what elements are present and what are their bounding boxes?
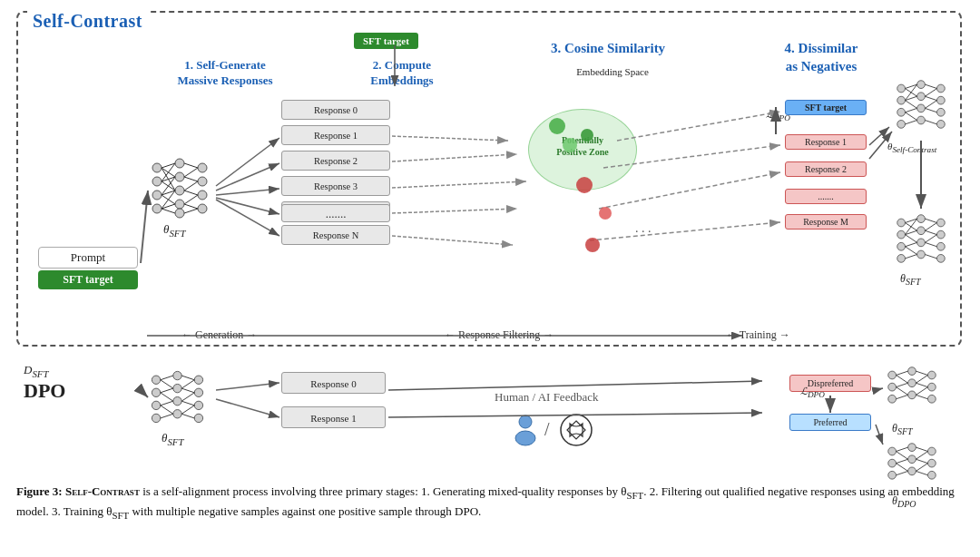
generation-label: ← Generation → xyxy=(181,328,257,342)
svg-line-145 xyxy=(897,464,908,472)
svg-line-110 xyxy=(181,393,194,401)
svg-line-33 xyxy=(184,195,198,204)
svg-point-38 xyxy=(897,108,906,116)
theta-self-contrast: θSelf-Contrast xyxy=(887,141,936,154)
svg-line-54 xyxy=(906,112,917,121)
svg-line-124 xyxy=(897,376,908,384)
nn-right-top xyxy=(889,73,953,140)
sft-target-prompt-box: SFT target xyxy=(38,270,138,289)
svg-point-90 xyxy=(152,401,160,409)
svg-line-144 xyxy=(897,459,908,463)
right-response-2: Response 2 xyxy=(785,161,867,177)
svg-point-116 xyxy=(888,395,897,403)
self-contrast-label: Self-Contrast xyxy=(27,11,148,32)
sft-target-top: SFT target xyxy=(354,33,418,49)
svg-line-111 xyxy=(181,401,194,406)
svg-line-100 xyxy=(161,376,173,380)
svg-point-99 xyxy=(194,414,202,422)
svg-point-36 xyxy=(897,84,906,93)
theta-sft-right: θSFT xyxy=(900,272,921,287)
svg-point-37 xyxy=(897,96,906,104)
dot-positive-3 xyxy=(581,129,593,142)
theta-sft-top: θSFT xyxy=(163,222,185,239)
svg-line-106 xyxy=(161,414,173,418)
svg-point-46 xyxy=(937,108,946,116)
svg-point-137 xyxy=(908,455,916,464)
right-response-1: Response 1 xyxy=(785,134,867,150)
svg-line-28 xyxy=(184,163,198,168)
ai-icon xyxy=(559,413,593,451)
svg-point-95 xyxy=(173,410,181,418)
svg-line-109 xyxy=(181,388,194,393)
svg-line-127 xyxy=(897,395,908,398)
svg-point-13 xyxy=(198,177,207,186)
training-label: ← Training → xyxy=(726,328,790,342)
svg-line-58 xyxy=(925,96,936,100)
svg-point-69 xyxy=(917,250,926,259)
theta-sft-dpo-left: θSFT xyxy=(162,431,183,447)
section-3-header: 3. Cosine Similarity xyxy=(517,40,699,58)
svg-line-150 xyxy=(916,464,927,472)
svg-line-103 xyxy=(161,393,173,401)
svg-point-114 xyxy=(888,371,897,379)
svg-point-141 xyxy=(928,471,936,479)
svg-point-91 xyxy=(152,414,160,422)
svg-line-32 xyxy=(184,191,198,195)
svg-line-113 xyxy=(181,414,194,418)
svg-point-41 xyxy=(917,93,926,101)
svg-point-11 xyxy=(175,209,184,218)
svg-point-6 xyxy=(152,204,162,213)
svg-line-149 xyxy=(916,459,927,463)
svg-line-27 xyxy=(162,209,175,213)
svg-point-135 xyxy=(888,471,897,479)
svg-point-62 xyxy=(897,219,906,227)
nn-top-main xyxy=(143,150,216,226)
svg-point-134 xyxy=(888,459,897,467)
right-response-m: Response M xyxy=(785,214,867,230)
svg-line-85 xyxy=(925,235,936,243)
svg-point-88 xyxy=(152,376,160,384)
svg-line-129 xyxy=(916,376,927,384)
svg-line-108 xyxy=(181,380,194,388)
svg-point-4 xyxy=(152,177,162,186)
svg-point-72 xyxy=(937,242,946,250)
svg-point-14 xyxy=(198,191,207,200)
svg-line-143 xyxy=(897,452,908,460)
dpo-response-0: Response 0 xyxy=(281,372,386,394)
svg-line-105 xyxy=(161,406,173,414)
svg-line-125 xyxy=(897,383,908,386)
response-box-0: Response 0 xyxy=(281,100,390,120)
svg-point-117 xyxy=(908,367,916,376)
right-response-ellipsis: ....... xyxy=(785,189,867,204)
embedding-ellipsis: · · · xyxy=(635,225,652,239)
svg-point-121 xyxy=(928,383,936,391)
nn-dpo-left xyxy=(143,363,211,435)
embedding-space-label: Embedding Space xyxy=(540,65,685,78)
svg-line-130 xyxy=(916,383,927,386)
svg-point-92 xyxy=(173,371,181,379)
svg-line-178 xyxy=(388,381,762,390)
svg-point-64 xyxy=(897,242,906,250)
svg-point-43 xyxy=(917,116,926,124)
svg-point-10 xyxy=(175,200,184,209)
section-2-header: 2. ComputeEmbeddings xyxy=(343,58,461,89)
response-box-n: Response N xyxy=(281,225,390,245)
response-box-3: Response 3 xyxy=(281,176,390,196)
svg-line-86 xyxy=(925,242,936,246)
svg-point-39 xyxy=(897,121,906,129)
svg-point-136 xyxy=(908,444,916,452)
svg-point-119 xyxy=(908,391,916,399)
svg-point-63 xyxy=(897,230,906,239)
section-4-header: 4. Dissimilaras Negatives xyxy=(744,40,898,75)
svg-point-96 xyxy=(194,376,202,384)
svg-point-45 xyxy=(937,96,946,104)
svg-line-84 xyxy=(925,230,936,234)
dot-positive-1 xyxy=(549,118,565,134)
svg-line-53 xyxy=(906,108,917,112)
svg-point-66 xyxy=(917,215,926,223)
svg-point-42 xyxy=(917,104,926,112)
dpo-response-1: Response 1 xyxy=(281,406,386,428)
human-icon xyxy=(508,413,543,451)
svg-line-102 xyxy=(161,388,173,393)
svg-line-132 xyxy=(916,395,927,398)
